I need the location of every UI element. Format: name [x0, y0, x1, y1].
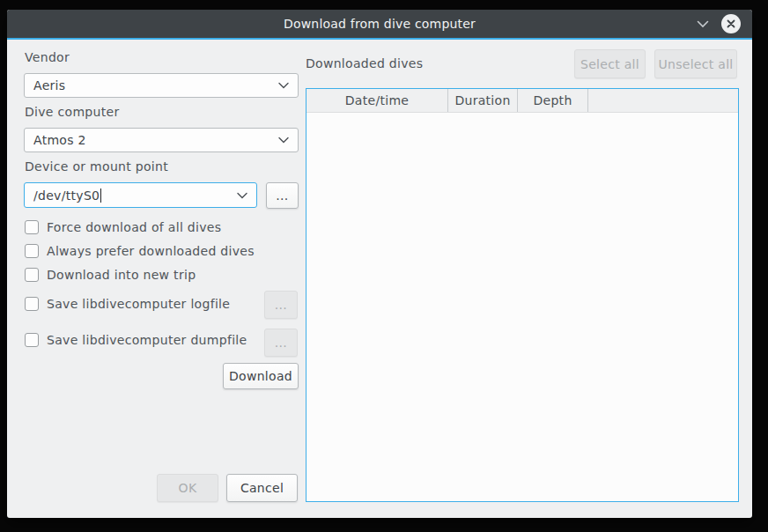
text-caret [100, 188, 101, 203]
chevron-down-icon [278, 137, 289, 144]
chevron-down-icon [237, 192, 247, 199]
checkbox-row-dumpfile[interactable]: Save libdivecomputer dumpfile [25, 333, 247, 347]
dive-computer-selected-value: Atmos 2 [33, 133, 278, 147]
vendor-label: Vendor [25, 50, 70, 64]
checkbox-force-download[interactable] [25, 220, 39, 234]
checkbox-prefer-downloaded[interactable] [25, 244, 39, 258]
checkbox-label: Download into new trip [47, 268, 196, 282]
downloaded-dives-label: Downloaded dives [306, 56, 423, 70]
dive-computer-select[interactable]: Atmos 2 [24, 128, 299, 152]
column-header-duration[interactable]: Duration [448, 89, 518, 112]
window-title: Download from dive computer [284, 17, 476, 31]
dive-table-body[interactable] [306, 114, 738, 501]
chevron-down-icon[interactable] [696, 18, 710, 30]
vendor-selected-value: Aeris [33, 78, 278, 92]
device-input-value: /dev/ttyS0 [33, 188, 100, 203]
downloaded-dives-table[interactable]: Date/time Duration Depth [306, 88, 739, 502]
checkbox-row-prefer-downloaded[interactable]: Always prefer downloaded dives [25, 244, 255, 258]
titlebar[interactable]: Download from dive computer [7, 10, 752, 38]
checkbox-label: Save libdivecomputer dumpfile [47, 333, 247, 347]
device-mount-point-label: Device or mount point [25, 159, 168, 174]
column-header-datetime[interactable]: Date/time [306, 89, 448, 112]
dive-computer-label: Dive computer [25, 105, 119, 119]
checkbox-row-logfile[interactable]: Save libdivecomputer logfile [25, 297, 230, 311]
download-button[interactable]: Download [223, 363, 299, 389]
device-browse-button[interactable]: ... [266, 182, 299, 209]
column-header-blank[interactable] [588, 89, 738, 112]
dumpfile-browse-button[interactable]: ... [264, 329, 298, 357]
download-dialog-window: Download from dive computer Vendor Aeris… [7, 10, 752, 518]
checkbox-label: Save libdivecomputer logfile [47, 297, 230, 311]
titlebar-accent-line [7, 38, 752, 40]
close-button[interactable] [721, 14, 741, 33]
checkbox-new-trip[interactable] [25, 268, 39, 282]
logfile-browse-button[interactable]: ... [264, 291, 298, 319]
checkbox-row-new-trip[interactable]: Download into new trip [25, 268, 196, 282]
column-header-depth[interactable]: Depth [518, 89, 588, 112]
checkbox-row-force-download[interactable]: Force download of all dives [25, 220, 221, 234]
desktop-background: Download from dive computer Vendor Aeris… [0, 0, 768, 532]
checkbox-save-dumpfile[interactable] [25, 333, 39, 347]
checkbox-save-logfile[interactable] [25, 297, 39, 311]
ok-button[interactable]: OK [157, 474, 218, 502]
select-all-button[interactable]: Select all [574, 49, 646, 78]
unselect-all-button[interactable]: Unselect all [654, 49, 737, 78]
cancel-button[interactable]: Cancel [226, 474, 298, 502]
vendor-select[interactable]: Aeris [24, 73, 299, 98]
table-header-row: Date/time Duration Depth [306, 89, 738, 113]
checkbox-label: Always prefer downloaded dives [47, 244, 255, 258]
device-input[interactable]: /dev/ttyS0 [24, 182, 257, 208]
chevron-down-icon [278, 82, 289, 89]
checkbox-label: Force download of all dives [47, 220, 221, 234]
